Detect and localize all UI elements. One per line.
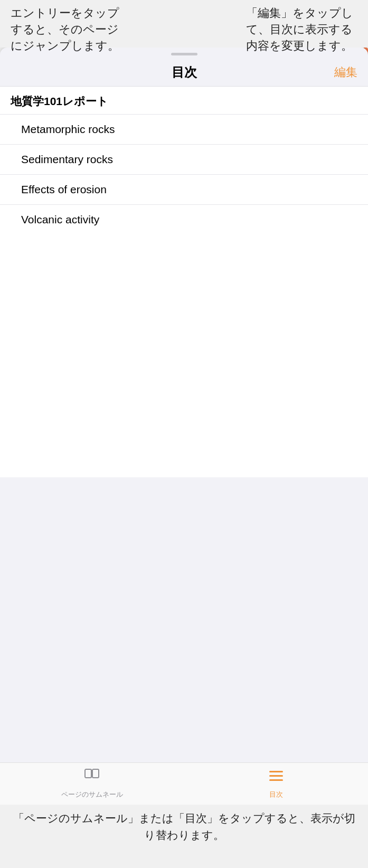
svg-rect-0	[85, 769, 91, 778]
toc-items-list: Metamorphic rocksSedimentary rocksEffect…	[0, 115, 368, 234]
top-tooltips: エントリーをタップすると、そのページにジャンプします。 「編集」をタップして、目…	[0, 0, 368, 48]
toc-item[interactable]: Metamorphic rocks	[0, 115, 368, 145]
tooltip-left: エントリーをタップすると、そのページにジャンプします。	[11, 5, 127, 42]
sheet-handle-bar	[171, 53, 197, 55]
toc-item[interactable]: Volcanic activity	[0, 205, 368, 234]
sheet-title: 目次	[172, 64, 197, 81]
svg-rect-4	[269, 779, 283, 781]
thumbnails-label: ページのサムネール	[61, 790, 123, 799]
thumbnails-icon	[84, 768, 100, 788]
toc-nav-icon	[268, 768, 284, 788]
tooltip-right: 「編集」をタップして、目次に表示する内容を変更します。	[241, 5, 357, 42]
sheet-header: 目次 編集	[0, 59, 368, 87]
nav-item-thumbnails[interactable]: ページのサムネール	[0, 768, 184, 799]
toc-item[interactable]: Effects of erosion	[0, 175, 368, 205]
bottom-tooltip-text: 「ページのサムネール」または「目次」をタップすると、表示が切り替わります。	[11, 810, 357, 843]
toc-nav-label: 目次	[269, 790, 283, 799]
svg-rect-1	[92, 769, 99, 778]
svg-rect-2	[269, 771, 283, 772]
nav-item-toc[interactable]: 目次	[184, 768, 369, 799]
edit-button[interactable]: 編集	[334, 64, 357, 80]
toc-content: 地質学101レポート Metamorphic rocksSedimentary …	[0, 87, 368, 477]
toc-sheet: 目次 編集 地質学101レポート Metamorphic rocksSedime…	[0, 48, 368, 868]
bottom-tooltip: 「ページのサムネール」または「目次」をタップすると、表示が切り替わります。	[0, 805, 368, 868]
svg-rect-3	[269, 775, 283, 777]
bottom-nav: ページのサムネール 目次	[0, 762, 368, 805]
toc-section-header: 地質学101レポート	[0, 87, 368, 115]
toc-item[interactable]: Sedimentary rocks	[0, 145, 368, 175]
